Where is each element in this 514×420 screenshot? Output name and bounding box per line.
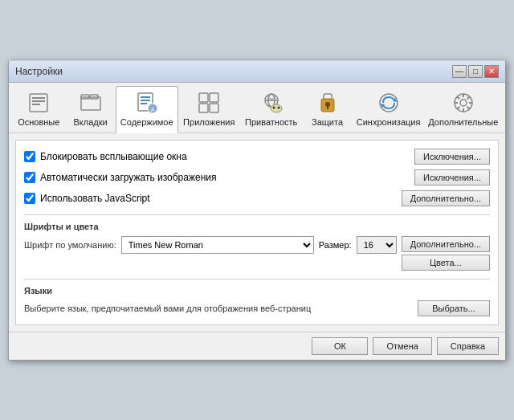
tab-apps-label: Приложения — [183, 117, 235, 127]
close-button[interactable]: ✕ — [484, 65, 499, 78]
tab-vkladki-label: Вкладки — [74, 117, 108, 127]
languages-section-label: Языки — [24, 286, 490, 296]
toolbar: Основные Вкладки A — [9, 83, 505, 133]
svg-rect-16 — [210, 104, 218, 112]
cancel-button[interactable]: Отмена — [373, 337, 431, 355]
bottom-bar: ОК Отмена Справка — [9, 332, 505, 360]
tab-content-label: Содержимое — [120, 117, 173, 127]
separator-1 — [24, 214, 490, 215]
tab-osnov[interactable]: Основные — [12, 86, 66, 133]
protect-icon — [315, 90, 341, 116]
load-images-checkbox[interactable] — [24, 172, 35, 183]
tab-extra[interactable]: Дополнительные — [425, 86, 502, 133]
window-title: Настройки — [15, 66, 63, 77]
font-row: Шрифт по умолчанию: Times New Roman Разм… — [24, 236, 397, 254]
ok-button[interactable]: ОК — [312, 337, 368, 355]
svg-text:A: A — [150, 107, 154, 112]
svg-rect-15 — [199, 104, 208, 112]
languages-section: Языки Выберите язык, предпочитаемый вами… — [24, 286, 490, 316]
svg-point-22 — [277, 106, 279, 108]
use-js-row: Использовать JavaScript Дополнительно... — [24, 190, 490, 206]
use-js-label: Использовать JavaScript — [40, 193, 150, 204]
svg-rect-3 — [32, 104, 40, 105]
tab-extra-label: Дополнительные — [428, 117, 498, 127]
svg-rect-14 — [210, 93, 218, 102]
tab-osnov-label: Основные — [18, 117, 59, 127]
apps-icon — [196, 90, 222, 116]
svg-rect-9 — [141, 100, 150, 101]
language-description: Выберите язык, предпочитаемый вами для о… — [24, 304, 311, 313]
load-images-label: Автоматически загружать изображения — [40, 172, 216, 183]
font-select[interactable]: Times New Roman — [121, 236, 314, 254]
settings-window: Настройки — □ ✕ Основные — [8, 60, 506, 361]
use-js-checkbox[interactable] — [24, 193, 35, 204]
fonts-advanced-button[interactable]: Дополнительно... — [402, 236, 490, 252]
svg-point-20 — [271, 104, 282, 112]
help-button[interactable]: Справка — [437, 337, 499, 355]
svg-point-21 — [272, 106, 275, 108]
load-images-exceptions-button[interactable]: Исключения... — [414, 169, 490, 186]
content-area: Блокировать всплывающие окна Исключения.… — [15, 140, 499, 325]
font-label: Шрифт по умолчанию: — [24, 240, 116, 250]
svg-rect-0 — [30, 94, 47, 112]
choose-language-button[interactable]: Выбрать... — [418, 300, 490, 316]
svg-rect-10 — [141, 103, 147, 104]
block-popups-checkbox[interactable] — [24, 151, 35, 162]
fonts-section: Шрифты и цвета Шрифт по умолчанию: Times… — [24, 222, 490, 271]
svg-rect-1 — [32, 97, 45, 99]
size-select[interactable]: 891011121416182024283236 — [357, 236, 397, 254]
vkladki-icon — [78, 90, 104, 116]
use-js-advanced-button[interactable]: Дополнительно... — [402, 190, 490, 206]
tab-sync-label: Синхронизация — [357, 117, 421, 127]
block-popups-label: Блокировать всплывающие окна — [40, 151, 187, 162]
checkboxes-section: Блокировать всплывающие окна Исключения.… — [24, 149, 490, 206]
privacy-icon — [259, 90, 284, 116]
maximize-button[interactable]: □ — [468, 65, 483, 78]
tab-protect-label: Защита — [312, 117, 343, 127]
svg-line-39 — [457, 106, 459, 108]
fonts-section-label: Шрифты и цвета — [24, 222, 490, 231]
title-bar: Настройки — □ ✕ — [9, 61, 505, 83]
tab-protect[interactable]: Защита — [303, 86, 353, 133]
tab-content[interactable]: A Содержимое — [116, 86, 178, 133]
title-bar-controls: — □ ✕ — [452, 65, 499, 78]
svg-line-36 — [457, 96, 459, 99]
separator-2 — [24, 279, 490, 279]
tab-vkladki[interactable]: Вкладки — [66, 86, 116, 133]
svg-rect-8 — [141, 96, 150, 98]
tab-privacy-label: Приватность — [245, 117, 297, 127]
block-popups-exceptions-button[interactable]: Исключения... — [414, 149, 490, 165]
tab-privacy[interactable]: Приватность — [240, 86, 303, 133]
language-row: Выберите язык, предпочитаемый вами для о… — [24, 300, 490, 316]
block-popups-row: Блокировать всплывающие окна Исключения.… — [24, 149, 490, 165]
svg-rect-26 — [327, 106, 328, 109]
svg-line-38 — [467, 96, 469, 99]
svg-line-37 — [467, 106, 469, 108]
sync-icon — [376, 90, 402, 116]
tab-apps[interactable]: Приложения — [178, 86, 240, 133]
svg-rect-2 — [32, 100, 45, 102]
osnov-icon — [26, 90, 51, 116]
svg-rect-13 — [199, 93, 208, 102]
font-buttons: Дополнительно... Цвета... — [402, 236, 490, 271]
svg-point-31 — [460, 100, 467, 106]
colors-button[interactable]: Цвета... — [402, 255, 490, 271]
minimize-button[interactable]: — — [452, 65, 467, 78]
load-images-row: Автоматически загружать изображения Искл… — [24, 169, 490, 186]
tab-sync[interactable]: Синхронизация — [353, 86, 425, 133]
size-label: Размер: — [319, 240, 352, 250]
content-icon: A — [134, 90, 160, 116]
extra-icon — [451, 90, 476, 116]
